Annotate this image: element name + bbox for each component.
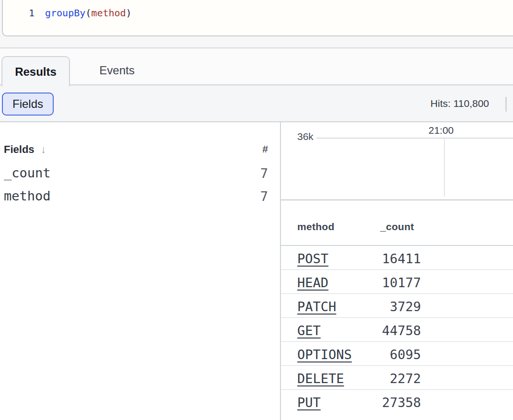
method-value-link[interactable]: GET — [297, 323, 321, 338]
tab-bar: Results Events — [0, 48, 513, 85]
count-value: 44758 — [377, 323, 421, 338]
query-results-screen: 1 groupBy(method) Results Events Fields … — [0, 0, 513, 420]
column-header-count: _count — [380, 221, 414, 233]
tab-events-label: Events — [99, 64, 134, 77]
count-value: 6095 — [377, 347, 421, 362]
code-close-paren-token: ) — [126, 7, 132, 19]
column-header-method: method — [297, 221, 335, 233]
method-value-link[interactable]: PATCH — [297, 299, 336, 314]
query-code: groupBy(method) — [45, 7, 132, 19]
results-toolbar: Fields Hits: 110,800 — [0, 85, 513, 122]
method-value-link[interactable]: POST — [297, 251, 328, 266]
method-value-link[interactable]: HEAD — [297, 275, 328, 290]
field-name: _count — [4, 165, 51, 180]
count-value: 27358 — [377, 395, 421, 410]
table-row[interactable]: DELETE 2272 — [281, 366, 513, 390]
method-value-link[interactable]: DELETE — [297, 371, 344, 386]
table-row[interactable]: PUT 27358 — [281, 390, 513, 414]
fields-panel: Fields ↓ # _count 7 method 7 — [0, 122, 281, 420]
query-code-line: 1 groupBy(method) — [3, 7, 513, 19]
line-number: 1 — [3, 7, 35, 19]
method-value-link[interactable]: OPTIONS — [297, 347, 352, 362]
x-axis-tick-label: 21:00 — [422, 125, 460, 136]
query-editor[interactable]: 1 groupBy(method) — [2, 0, 513, 36]
tab-results[interactable]: Results — [1, 56, 70, 86]
toolbar-divider — [505, 97, 507, 112]
code-argument-token: method — [91, 7, 126, 19]
field-cardinality: 7 — [260, 166, 268, 181]
fields-panel-header: Fields ↓ # — [4, 143, 268, 157]
fields-toggle-button[interactable]: Fields — [2, 93, 54, 116]
results-table: method _count POST 16411 HEAD 10177 PATC… — [281, 200, 513, 420]
table-row[interactable]: GET 44758 — [281, 318, 513, 342]
results-table-header: method _count — [281, 200, 513, 246]
table-row[interactable]: OPTIONS 6095 — [281, 342, 513, 366]
fields-panel-title: Fields — [4, 143, 35, 155]
x-gridline — [444, 138, 445, 197]
table-row[interactable]: POST 16411 — [281, 246, 513, 270]
field-cardinality: 7 — [260, 189, 268, 204]
field-name: method — [4, 188, 51, 203]
count-value: 10177 — [377, 275, 421, 290]
count-column-header: # — [262, 143, 268, 155]
sort-descending-icon[interactable]: ↓ — [41, 143, 46, 155]
editor-separator — [0, 36, 513, 48]
count-value: 16411 — [377, 251, 421, 266]
table-row[interactable]: HEAD 10177 — [281, 270, 513, 294]
y-axis-tick-label: 36k — [297, 131, 314, 142]
code-open-paren-token: ( — [85, 7, 91, 19]
tab-events[interactable]: Events — [85, 56, 149, 84]
method-value-link[interactable]: PUT — [297, 395, 321, 410]
tab-results-label: Results — [15, 65, 57, 79]
count-value: 3729 — [377, 299, 421, 314]
hits-count: Hits: 110,800 — [431, 98, 489, 109]
code-function-token: groupBy — [45, 7, 85, 19]
field-row-count[interactable]: _count 7 — [4, 165, 268, 181]
count-value: 2272 — [377, 371, 421, 386]
table-row[interactable]: PATCH 3729 — [281, 294, 513, 318]
timeline-chart[interactable]: 21:00 36k — [281, 122, 513, 200]
field-row-method[interactable]: method 7 — [4, 188, 268, 204]
y-gridline — [316, 138, 513, 139]
